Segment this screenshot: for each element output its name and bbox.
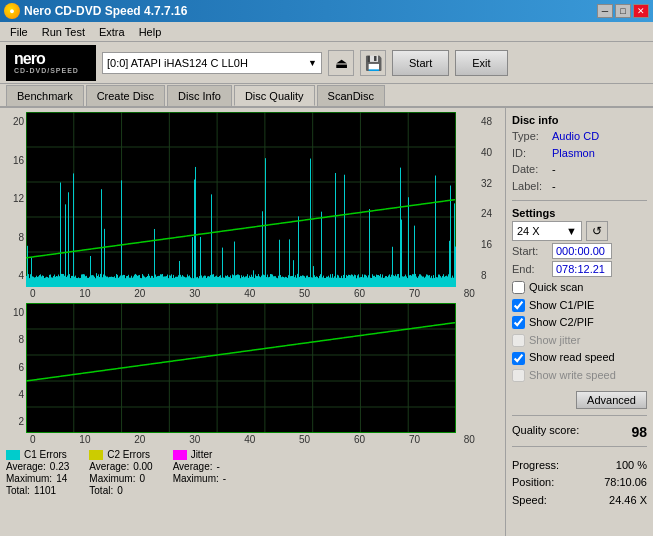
advanced-button[interactable]: Advanced <box>576 391 647 409</box>
disc-date-row: Date: - <box>512 161 647 178</box>
y-label-12: 12 <box>13 193 24 204</box>
x2-label-70: 70 <box>409 434 420 445</box>
maximize-button[interactable]: □ <box>615 4 631 18</box>
close-button[interactable]: ✕ <box>633 4 649 18</box>
menu-file[interactable]: File <box>4 24 34 40</box>
divider-2 <box>512 415 647 416</box>
show-jitter-checkbox[interactable] <box>512 334 525 347</box>
jitter-avg-label: Average: <box>173 461 213 472</box>
window-title: Nero CD-DVD Speed 4.7.7.16 <box>24 4 187 18</box>
y2-label-8: 8 <box>18 334 24 345</box>
id-value: Plasmon <box>552 145 595 162</box>
quick-scan-label: Quick scan <box>529 279 583 297</box>
quality-label: Quality score: <box>512 424 579 440</box>
y-right-40: 40 <box>481 147 492 158</box>
c1-title: C1 Errors <box>24 449 67 460</box>
c1-max-value: 14 <box>56 473 67 484</box>
x2-label-60: 60 <box>354 434 365 445</box>
exit-button[interactable]: Exit <box>455 50 507 76</box>
speed-row: 24 X ▼ ↺ <box>512 221 647 241</box>
menu-extra[interactable]: Extra <box>93 24 131 40</box>
x-label-40: 40 <box>244 288 255 299</box>
x-label-50: 50 <box>299 288 310 299</box>
speed-label: Speed: <box>512 492 547 510</box>
tabs-bar: Benchmark Create Disc Disc Info Disc Qua… <box>0 84 653 108</box>
c1-total-label: Total: <box>6 485 30 496</box>
quality-section: Quality score: 98 <box>512 424 647 440</box>
tab-disc-quality[interactable]: Disc Quality <box>234 85 315 106</box>
x-label-60: 60 <box>354 288 365 299</box>
drive-label: [0:0] ATAPI iHAS124 C LL0H <box>107 57 248 69</box>
chart-area: 20 16 12 8 4 0 10 20 30 40 50 60 70 <box>0 108 505 536</box>
start-button[interactable]: Start <box>392 50 449 76</box>
x2-label-0: 0 <box>30 434 36 445</box>
y2-label-10: 10 <box>13 307 24 318</box>
show-read-speed-label: Show read speed <box>529 349 615 367</box>
y-right-8: 8 <box>481 270 487 281</box>
refresh-button[interactable]: ↺ <box>586 221 608 241</box>
speed-value: 24 X <box>517 225 540 237</box>
show-read-speed-checkbox[interactable] <box>512 352 525 365</box>
jitter-avg-value: - <box>216 461 219 472</box>
jitter-title: Jitter <box>191 449 213 460</box>
title-bar: ● Nero CD-DVD Speed 4.7.7.16 ─ □ ✕ <box>0 0 653 22</box>
quick-scan-checkbox[interactable] <box>512 281 525 294</box>
show-c1pie-checkbox[interactable] <box>512 299 525 312</box>
legend-jitter: Jitter Average: - Maximum: - <box>173 449 226 496</box>
x-label-70: 70 <box>409 288 420 299</box>
type-label: Type: <box>512 128 548 145</box>
progress-value: 100 % <box>616 457 647 475</box>
toolbar: nero CD-DVD/SPEED [0:0] ATAPI iHAS124 C … <box>0 42 653 84</box>
c2-avg-label: Average: <box>89 461 129 472</box>
c2-total-value: 0 <box>117 485 123 496</box>
y-label-8: 8 <box>18 232 24 243</box>
show-write-speed-checkbox[interactable] <box>512 369 525 382</box>
show-jitter-label: Show jitter <box>529 332 580 350</box>
y-right-16: 16 <box>481 239 492 250</box>
x-label-30: 30 <box>189 288 200 299</box>
legend-c2: C2 Errors Average: 0.00 Maximum: 0 Total… <box>89 449 152 496</box>
chart-legend: C1 Errors Average: 0.23 Maximum: 14 Tota… <box>4 445 501 496</box>
speed-dropdown[interactable]: 24 X ▼ <box>512 221 582 241</box>
divider-3 <box>512 446 647 447</box>
show-write-speed-row: Show write speed <box>512 367 647 385</box>
x-label-10: 10 <box>79 288 90 299</box>
show-c2pif-checkbox[interactable] <box>512 316 525 329</box>
end-time-field[interactable] <box>552 261 612 277</box>
x2-label-40: 40 <box>244 434 255 445</box>
c2-title: C2 Errors <box>107 449 150 460</box>
tab-disc-info[interactable]: Disc Info <box>167 85 232 106</box>
menu-bar: File Run Test Extra Help <box>0 22 653 42</box>
title-controls[interactable]: ─ □ ✕ <box>597 4 649 18</box>
drive-dropdown[interactable]: [0:0] ATAPI iHAS124 C LL0H ▼ <box>102 52 322 74</box>
menu-run-test[interactable]: Run Test <box>36 24 91 40</box>
minimize-button[interactable]: ─ <box>597 4 613 18</box>
show-c1pie-row: Show C1/PIE <box>512 297 647 315</box>
c1-color-swatch <box>6 450 20 460</box>
show-jitter-row: Show jitter <box>512 332 647 350</box>
nero-logo-text: nero <box>14 50 45 68</box>
progress-section: Progress: 100 % Position: 78:10.06 Speed… <box>512 457 647 510</box>
save-button[interactable]: 💾 <box>360 50 386 76</box>
tab-benchmark[interactable]: Benchmark <box>6 85 84 106</box>
tab-create-disc[interactable]: Create Disc <box>86 85 165 106</box>
id-label: ID: <box>512 145 548 162</box>
disc-id-row: ID: Plasmon <box>512 145 647 162</box>
y-right-48: 48 <box>481 116 492 127</box>
c1-total-value: 1101 <box>34 485 56 496</box>
end-time-row: End: <box>512 261 647 277</box>
nero-logo: nero CD-DVD/SPEED <box>6 45 96 81</box>
y2-label-2: 2 <box>18 416 24 427</box>
show-c1pie-label: Show C1/PIE <box>529 297 594 315</box>
y-right-32: 32 <box>481 178 492 189</box>
disc-label-label: Label: <box>512 178 548 195</box>
show-c2pif-label: Show C2/PIF <box>529 314 594 332</box>
main-content: 20 16 12 8 4 0 10 20 30 40 50 60 70 <box>0 108 653 536</box>
settings-section: Settings 24 X ▼ ↺ Start: End: Quick scan <box>512 207 647 409</box>
eject-button[interactable]: ⏏ <box>328 50 354 76</box>
x-label-20: 20 <box>134 288 145 299</box>
start-label: Start: <box>512 245 548 257</box>
menu-help[interactable]: Help <box>133 24 168 40</box>
tab-scandisc[interactable]: ScanDisc <box>317 85 385 106</box>
start-time-field[interactable] <box>552 243 612 259</box>
